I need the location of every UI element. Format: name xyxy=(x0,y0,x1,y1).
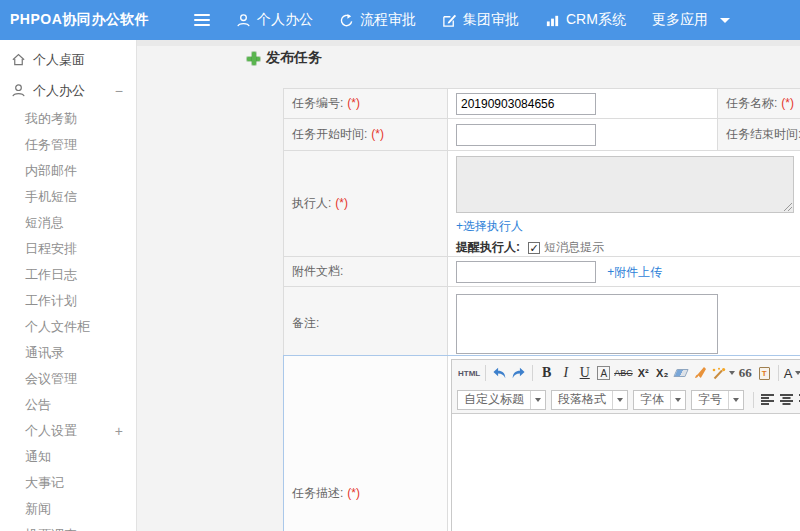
sidebar-item-personal-settings[interactable]: 个人设置 + xyxy=(0,418,136,444)
bold-button[interactable]: B xyxy=(538,363,555,383)
sidebar-item-short-message[interactable]: 短消息 xyxy=(0,210,136,236)
html-source-button[interactable]: HTML xyxy=(458,363,480,383)
superscript-button[interactable]: X² xyxy=(635,363,652,383)
page-title-text: 发布任务 xyxy=(266,49,322,67)
caret-down-icon xyxy=(612,391,627,409)
font-family-dropdown[interactable]: 字体 xyxy=(633,390,686,410)
sidebar-item-my-attendance[interactable]: 我的考勤 xyxy=(0,106,136,132)
align-center-button[interactable] xyxy=(778,390,795,410)
sidebar-item-meeting-management[interactable]: 会议管理 xyxy=(0,366,136,392)
sidebar-item-internal-mail[interactable]: 内部邮件 xyxy=(0,158,136,184)
expand-plus-icon[interactable]: + xyxy=(115,423,123,439)
nav-item-group-approval[interactable]: 集团审批 xyxy=(442,11,519,29)
attachment-input[interactable] xyxy=(456,261,596,283)
caret-down-icon xyxy=(670,391,685,409)
description-label: 任务描述: xyxy=(292,485,343,502)
eraser-button[interactable] xyxy=(673,363,690,383)
editor-content-area[interactable] xyxy=(452,414,800,531)
nav-item-more-apps[interactable]: 更多应用 xyxy=(652,11,730,29)
select-executor-link[interactable]: +选择执行人 xyxy=(456,219,523,233)
clipboard-icon: T xyxy=(759,367,770,380)
sidebar-item-personal-desktop[interactable]: 个人桌面 xyxy=(0,44,136,75)
nav-item-label: 个人办公 xyxy=(257,11,313,29)
required-mark: (*) xyxy=(371,127,384,141)
subscript-button[interactable]: X₂ xyxy=(654,363,671,383)
undo-button[interactable] xyxy=(491,363,508,383)
eraser-icon xyxy=(673,369,689,377)
remark-textarea[interactable] xyxy=(456,294,718,354)
app-brand: PHPOA协同办公软件 xyxy=(0,11,150,29)
task-no-input[interactable] xyxy=(456,93,596,115)
attachment-upload-link[interactable]: +附件上传 xyxy=(607,265,662,279)
brush-icon xyxy=(693,366,707,380)
nav-item-crm-system[interactable]: CRM系统 xyxy=(545,11,626,29)
edit-icon xyxy=(442,13,457,28)
sidebar-item-news[interactable]: 新闻 xyxy=(0,496,136,522)
redo-icon xyxy=(511,366,526,380)
task-no-label: 任务编号: xyxy=(292,96,343,110)
magic-wand-icon xyxy=(711,367,726,380)
sidebar-item-mobile-sms[interactable]: 手机短信 xyxy=(0,184,136,210)
paragraph-format-dropdown[interactable]: 段落格式 xyxy=(551,390,628,410)
home-icon xyxy=(11,52,26,67)
sidebar: 个人桌面 个人办公 − 我的考勤 任务管理 内部邮件 手机短信 短消息 日程安排… xyxy=(0,40,137,531)
nav-item-process-approval[interactable]: 流程审批 xyxy=(339,11,416,29)
end-time-label: 任务结束时间: xyxy=(726,127,800,141)
required-mark: (*) xyxy=(347,486,360,500)
sidebar-item-personal-files[interactable]: 个人文件柜 xyxy=(0,314,136,340)
sidebar-item-work-plan[interactable]: 工作计划 xyxy=(0,288,136,314)
paste-button[interactable]: T xyxy=(756,363,773,383)
sidebar-item-personal-office[interactable]: 个人办公 − xyxy=(0,75,136,106)
font-color-button[interactable]: A xyxy=(784,363,800,383)
remark-label: 备注: xyxy=(292,316,319,330)
caret-down-icon xyxy=(728,391,743,409)
add-plus-icon xyxy=(247,52,260,65)
sidebar-item-schedule[interactable]: 日程安排 xyxy=(0,236,136,262)
sidebar-item-task-management[interactable]: 任务管理 xyxy=(0,132,136,158)
caret-down-icon xyxy=(795,371,800,375)
hamburger-menu-icon[interactable] xyxy=(194,11,210,29)
nav-item-label: 更多应用 xyxy=(652,11,708,29)
nav-item-label: 流程审批 xyxy=(360,11,416,29)
content-top-strip xyxy=(137,40,800,46)
italic-button[interactable]: I xyxy=(557,363,574,383)
sidebar-item-milestones[interactable]: 大事记 xyxy=(0,470,136,496)
sms-remind-checkbox-label: 短消息提示 xyxy=(544,239,604,256)
executor-textarea[interactable] xyxy=(456,156,794,213)
sidebar-item-label: 个人办公 xyxy=(33,82,85,100)
editor-toolbar-row1: HTML B I U A ABC X² X₂ xyxy=(452,360,800,386)
format-brush-button[interactable] xyxy=(692,363,709,383)
remind-executor-label: 提醒执行人: xyxy=(456,239,520,256)
sidebar-item-contacts[interactable]: 通讯录 xyxy=(0,340,136,366)
sidebar-item-label: 个人桌面 xyxy=(33,51,85,69)
sidebar-item-notice[interactable]: 通知 xyxy=(0,444,136,470)
custom-heading-dropdown[interactable]: 自定义标题 xyxy=(457,390,546,410)
align-left-icon xyxy=(761,394,774,405)
sidebar-item-announcement[interactable]: 公告 xyxy=(0,392,136,418)
font-style-button[interactable]: A xyxy=(597,366,610,380)
autoformat-button[interactable] xyxy=(711,363,735,383)
align-left-button[interactable] xyxy=(759,390,776,410)
task-name-label: 任务名称: xyxy=(726,96,777,110)
nav-item-personal-office[interactable]: 个人办公 xyxy=(236,11,313,29)
undo-icon xyxy=(492,366,507,380)
nav-item-label: 集团审批 xyxy=(463,11,519,29)
sms-remind-checkbox[interactable]: ✓ xyxy=(528,242,540,254)
caret-down-icon xyxy=(720,18,730,23)
top-navbar: PHPOA协同办公软件 个人办公 流程审批 集团审批 CRM系统 更多应用 xyxy=(0,0,800,40)
sidebar-item-survey[interactable]: 投票调查 xyxy=(0,522,136,531)
strikethrough-button[interactable]: ABC xyxy=(614,363,633,383)
editor-toolbar-row2: 自定义标题 段落格式 字体 字号 xyxy=(452,386,800,414)
executor-label: 执行人: xyxy=(292,196,331,210)
task-description-row: 任务描述: (*) HTML B I U A ABC X² X₂ xyxy=(283,355,800,531)
collapse-minus-icon[interactable]: − xyxy=(115,83,123,99)
sidebar-item-work-log[interactable]: 工作日志 xyxy=(0,262,136,288)
align-center-icon xyxy=(780,394,793,405)
font-size-dropdown[interactable]: 字号 xyxy=(691,390,744,410)
start-time-input[interactable] xyxy=(456,124,596,146)
underline-button[interactable]: U xyxy=(576,363,593,383)
blockquote-button[interactable]: 66 xyxy=(737,363,754,383)
caret-down-icon xyxy=(530,391,545,409)
start-time-label: 任务开始时间: xyxy=(292,127,367,141)
redo-button[interactable] xyxy=(510,363,527,383)
